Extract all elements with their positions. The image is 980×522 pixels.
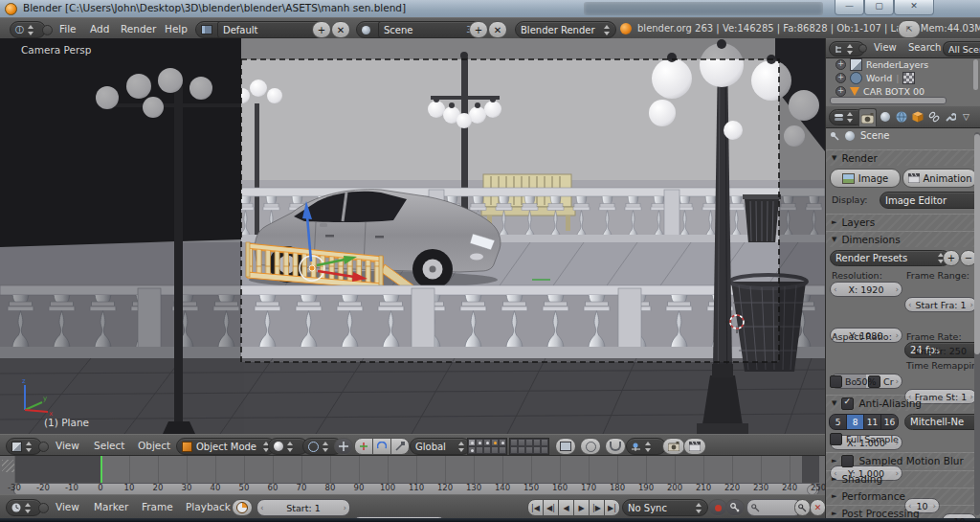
3d-scene[interactable] <box>0 38 825 434</box>
render-animation-button[interactable] <box>683 438 706 455</box>
collapse-menus-button-outliner[interactable] <box>858 44 867 53</box>
render-engine-dropdown[interactable]: Blender Render <box>515 21 616 38</box>
window-duplicate-icon[interactable]: ⇱ <box>898 20 921 38</box>
record-button[interactable] <box>708 499 727 516</box>
ol-menu-view[interactable]: View <box>868 39 902 57</box>
antialiasing-checkbox[interactable] <box>841 397 854 410</box>
tab-render[interactable] <box>858 108 877 126</box>
playhead[interactable] <box>100 456 102 483</box>
frame-ruler[interactable]: -30-20-100102030405060708090100110120130… <box>0 482 833 493</box>
outliner-item-world[interactable]: + World | <box>826 71 973 84</box>
editor-type-selector-timeline[interactable] <box>6 499 42 516</box>
tab-world[interactable] <box>893 108 909 125</box>
collapse-menus-button-3dview[interactable] <box>38 442 49 452</box>
jump-to-start-button[interactable]: |◀ <box>527 499 544 516</box>
aa-samples-5[interactable]: 5 <box>829 414 847 430</box>
vp-menu-object[interactable]: Object <box>132 436 176 455</box>
panel-header-motion-blur[interactable]: ► Sampled Motion Blur <box>826 452 980 468</box>
panel-header-layers[interactable]: ► Layers <box>826 214 980 230</box>
tl-menu-playback[interactable]: Playback <box>180 497 236 516</box>
start-frame-field[interactable]: Start: 1 <box>256 499 350 516</box>
play-reverse-button[interactable]: ◀ <box>558 499 574 516</box>
render-animation-button-props[interactable]: Animation <box>902 169 977 188</box>
sync-dropdown[interactable]: No Sync <box>622 499 708 516</box>
vp-menu-select[interactable]: Select <box>88 436 130 455</box>
expand-icon[interactable]: + <box>835 59 846 70</box>
play-button[interactable]: ▶ <box>573 499 590 516</box>
area-resize-grip[interactable] <box>2 460 14 472</box>
jump-to-end-button[interactable]: ▶| <box>604 499 620 516</box>
outliner-item-car[interactable]: + CAR BOTX 00 <box>826 84 973 98</box>
menu-help[interactable]: Help <box>159 19 193 38</box>
delete-layout-button[interactable]: ✕ <box>331 21 350 38</box>
3d-viewport[interactable]: Camera Persp (1) Plane z y x <box>0 38 825 434</box>
insert-keyframe-button[interactable] <box>794 499 811 516</box>
panel-header-render[interactable]: ▼ Render <box>826 149 980 166</box>
outliner-hscrollbar[interactable] <box>830 97 947 104</box>
tl-menu-view[interactable]: View <box>50 497 85 516</box>
outliner-display-mode-dropdown[interactable]: All Scen <box>943 41 980 57</box>
vp-menu-view[interactable]: View <box>50 436 85 455</box>
resolution-x-field[interactable]: X: 1920 <box>830 282 902 297</box>
editor-type-selector-3dview[interactable] <box>6 438 42 455</box>
mode-dropdown[interactable]: Object Mode <box>176 438 276 455</box>
add-scene-button[interactable]: + <box>469 21 488 38</box>
scene-name[interactable]: Scene 3 <box>378 21 478 38</box>
screen-layout-name[interactable]: Default <box>217 21 321 38</box>
render-image-button[interactable]: Image <box>830 169 901 188</box>
tl-menu-frame[interactable]: Frame <box>136 497 179 516</box>
rotate-manipulator-button[interactable] <box>372 438 391 455</box>
expand-icon[interactable]: + <box>835 86 846 97</box>
tab-scene[interactable] <box>877 108 893 125</box>
title-bar[interactable]: Blender [C:\Users\John\Desktop\3D\blende… <box>0 0 980 18</box>
tl-menu-marker[interactable]: Marker <box>88 497 134 516</box>
aa-samples-16[interactable]: 16 <box>880 414 899 430</box>
collapse-menus-button[interactable] <box>42 25 53 35</box>
scale-manipulator-button[interactable] <box>390 438 410 455</box>
expand-icon[interactable]: + <box>835 73 846 83</box>
ol-menu-search[interactable]: Search <box>902 39 947 57</box>
render-presets-dropdown[interactable]: Render Presets <box>830 250 950 266</box>
delete-scene-button[interactable]: ✕ <box>488 21 507 38</box>
snap-element-dropdown[interactable] <box>626 438 666 455</box>
time-indicator-button[interactable] <box>232 499 253 516</box>
prev-keyframe-button[interactable]: ◀| <box>543 499 559 516</box>
next-keyframe-button[interactable]: |▶ <box>589 499 605 516</box>
display-dropdown[interactable]: Image Editor <box>880 192 980 209</box>
aa-samples-11[interactable]: 11 <box>863 414 881 430</box>
border-checkbox-row[interactable]: Bo <box>830 375 857 388</box>
motion-blur-checkbox[interactable] <box>841 455 854 467</box>
add-preset-button[interactable]: + <box>943 250 960 266</box>
layer-grid-1[interactable] <box>467 438 507 455</box>
collapse-menus-button-timeline[interactable] <box>38 503 49 513</box>
trash-bin-upper[interactable] <box>743 194 781 243</box>
menu-render[interactable]: Render <box>115 19 162 38</box>
panel-header-dimensions[interactable]: ▼ Dimensions <box>826 231 980 247</box>
maximize-button[interactable]: ▢ <box>864 0 894 15</box>
minimize-button[interactable]: — <box>835 0 864 15</box>
lock-to-scene-button[interactable] <box>555 438 576 455</box>
proportional-edit-button[interactable] <box>580 438 601 455</box>
tab-object-data[interactable]: ▽ <box>958 108 974 125</box>
tab-object[interactable] <box>909 108 925 125</box>
translate-manipulator-button[interactable] <box>354 438 373 455</box>
timeline-scrub-area[interactable]: -30-20-100102030405060708090100110120130… <box>0 455 825 495</box>
manipulator-toggle-button[interactable] <box>334 438 353 455</box>
add-layout-button[interactable]: + <box>312 21 331 38</box>
outliner-vscrollbar[interactable] <box>973 59 978 90</box>
tab-modifiers[interactable] <box>942 108 958 125</box>
aa-samples-8[interactable]: 8 <box>846 414 864 430</box>
editor-type-selector-info[interactable]: ⓘ <box>10 21 46 38</box>
start-frame-prop-field[interactable]: Start Fra: 1 <box>904 297 977 312</box>
render-still-button[interactable] <box>662 438 685 455</box>
pin-icon[interactable] <box>830 131 839 141</box>
delete-keyframe-button[interactable]: ✕ <box>810 499 826 516</box>
properties-scrollbar[interactable] <box>974 134 980 354</box>
aa-filter-dropdown[interactable]: Mitchell-Ne <box>904 414 980 430</box>
menu-add[interactable]: Add <box>84 19 115 38</box>
close-button[interactable]: ✕ <box>894 0 934 15</box>
panel-header-performance[interactable]: ► Performance <box>826 488 980 504</box>
autokey-mode-button[interactable] <box>725 499 745 516</box>
layer-grid-2[interactable] <box>509 438 549 455</box>
menu-file[interactable]: File <box>54 19 82 38</box>
